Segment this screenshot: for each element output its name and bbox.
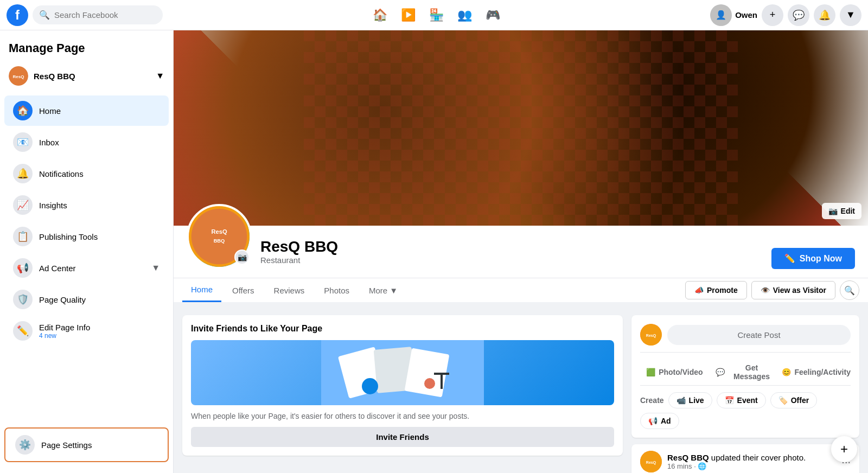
invite-illustration bbox=[191, 340, 614, 405]
notifications-btn[interactable]: 🔔 bbox=[814, 4, 835, 26]
activity-page-name: ResQ BBQ bbox=[667, 453, 709, 462]
floating-add-button[interactable]: + bbox=[831, 436, 857, 462]
tab-offers[interactable]: Offers bbox=[224, 279, 263, 302]
page-title: ResQ BBQ bbox=[260, 238, 338, 255]
nav-watch-btn[interactable]: ▶️ bbox=[395, 2, 422, 28]
sidebar-item-page-settings[interactable]: ⚙️ Page Settings bbox=[7, 430, 167, 460]
sidebar-item-home[interactable]: 🏠 Home bbox=[4, 95, 169, 126]
page-info: ResQ BBQ Restaurant bbox=[260, 238, 338, 269]
cover-area: 📷 Edit ResQ BBQ 📷 bbox=[174, 30, 868, 302]
event-btn[interactable]: 📅 Event bbox=[717, 392, 766, 408]
sidebar: Manage Page ResQ ResQ BBQ ▼ 🏠 Home 📧 Inb… bbox=[0, 30, 174, 473]
svg-rect-15 bbox=[441, 373, 443, 389]
add-btn[interactable]: + bbox=[762, 4, 783, 26]
sidebar-item-edit-page-info[interactable]: ✏️ Edit Page Info 4 new bbox=[4, 316, 169, 346]
post-avatar: ResQ bbox=[640, 324, 662, 346]
nav-center: 🏠 ▶️ 🏪 👥 🎮 bbox=[167, 2, 706, 28]
offer-btn[interactable]: 🏷️ Offer bbox=[770, 392, 817, 408]
page-category: Restaurant bbox=[260, 255, 338, 265]
facebook-logo: f bbox=[7, 4, 28, 26]
nav-username: Owen bbox=[735, 10, 757, 20]
live-btn[interactable]: 📹 Live bbox=[668, 392, 712, 408]
nav-groups-btn[interactable]: 👥 bbox=[452, 2, 478, 28]
content-left: Invite Friends to Like Your Page bbox=[182, 315, 623, 473]
sidebar-title: Manage Page bbox=[0, 37, 173, 62]
profile-pic-wrap: ResQ BBQ 📷 bbox=[187, 204, 252, 269]
sidebar-item-label: Ad Center bbox=[39, 264, 76, 273]
svg-rect-4 bbox=[304, 30, 738, 226]
view-as-visitor-button[interactable]: 👁️ View as Visitor bbox=[751, 281, 835, 299]
sidebar-item-insights[interactable]: 📈 Insights bbox=[4, 190, 169, 220]
nav-user[interactable]: 👤 Owen bbox=[710, 4, 757, 26]
photo-icon: 🟩 bbox=[646, 368, 655, 376]
nav-gaming-btn[interactable]: 🎮 bbox=[480, 2, 506, 28]
shop-now-button[interactable]: ✏️ Shop Now bbox=[771, 248, 855, 269]
tab-photos[interactable]: Photos bbox=[315, 279, 358, 302]
tab-reviews[interactable]: Reviews bbox=[265, 279, 314, 302]
ad-btn[interactable]: 📢 Ad bbox=[640, 413, 679, 429]
svg-text:ResQ: ResQ bbox=[211, 228, 227, 235]
search-bar[interactable]: 🔍 bbox=[33, 5, 163, 24]
sidebar-nav: 🏠 Home 📧 Inbox 🔔 Notifications 📈 Insight… bbox=[0, 94, 173, 423]
tab-search-button[interactable]: 🔍 bbox=[840, 280, 859, 300]
create-post-input[interactable]: Create Post bbox=[667, 325, 851, 345]
activity-text: ResQ BBQ updated their cover photo. 16 m… bbox=[667, 453, 806, 470]
sidebar-item-publishing-tools[interactable]: 📋 Publishing Tools bbox=[4, 221, 169, 252]
nav-right: 👤 Owen + 💬 🔔 ▼ bbox=[710, 4, 861, 26]
megaphone-icon: 📣 bbox=[694, 286, 704, 295]
shield-icon: 🛡️ bbox=[13, 290, 33, 309]
invite-friends-button[interactable]: Invite Friends bbox=[191, 427, 614, 447]
messenger-icon: 💬 bbox=[716, 368, 725, 376]
sidebar-item-label: Publishing Tools bbox=[39, 232, 98, 241]
sidebar-item-label: Home bbox=[39, 106, 61, 116]
top-nav: f 🔍 🏠 ▶️ 🏪 👥 🎮 👤 Owen + 💬 🔔 ▼ bbox=[0, 0, 868, 30]
page-avatar: ResQ bbox=[9, 66, 28, 86]
invite-body: When people like your Page, it's easier … bbox=[191, 412, 614, 420]
tab-more[interactable]: More ▼ bbox=[360, 279, 406, 302]
page-selector[interactable]: ResQ ResQ BBQ ▼ bbox=[0, 62, 173, 90]
emoji-icon: 😊 bbox=[782, 368, 791, 376]
dropdown-btn[interactable]: ▼ bbox=[840, 4, 861, 26]
invite-card: Invite Friends to Like Your Page bbox=[182, 315, 623, 456]
sidebar-item-notifications[interactable]: 🔔 Notifications bbox=[4, 158, 169, 189]
activity-card: ResQ ResQ BBQ updated their cover photo.… bbox=[631, 444, 859, 473]
post-quick-actions: 🟩 Photo/Video 💬 Get Messages 😊 Feeling/A… bbox=[640, 352, 851, 385]
profile-section: ResQ BBQ 📷 ResQ BBQ Restaurant ✏️ Shop N… bbox=[174, 204, 868, 278]
sidebar-item-ad-center[interactable]: 📢 Ad Center ▼ bbox=[4, 253, 169, 283]
sidebar-item-page-quality[interactable]: 🛡️ Page Quality bbox=[4, 284, 169, 315]
sidebar-item-label: Page Settings bbox=[41, 440, 92, 450]
ad-icon: 📢 bbox=[13, 258, 33, 278]
messenger-btn[interactable]: 💬 bbox=[788, 4, 809, 26]
create-post-top: ResQ Create Post bbox=[640, 324, 851, 346]
sidebar-item-sublabel: 4 new bbox=[39, 332, 90, 340]
nav-home-btn[interactable]: 🏠 bbox=[367, 2, 393, 28]
page-name: ResQ BBQ bbox=[34, 72, 150, 81]
photo-video-btn[interactable]: 🟩 Photo/Video bbox=[640, 359, 709, 385]
chart-icon: 📈 bbox=[13, 195, 33, 215]
ad-icon: 📢 bbox=[648, 417, 658, 425]
home-icon: 🏠 bbox=[13, 101, 33, 120]
sidebar-item-inbox[interactable]: 📧 Inbox bbox=[4, 127, 169, 157]
page-settings-container: ⚙️ Page Settings bbox=[4, 427, 169, 462]
sidebar-item-label: Notifications bbox=[39, 169, 84, 178]
get-messages-btn[interactable]: 💬 Get Messages bbox=[711, 359, 780, 385]
offer-icon: 🏷️ bbox=[778, 396, 788, 405]
live-icon: 📹 bbox=[676, 396, 686, 405]
sidebar-item-label: Insights bbox=[39, 201, 67, 210]
chevron-down-icon: ▼ bbox=[156, 71, 164, 81]
event-icon: 📅 bbox=[725, 396, 734, 405]
feeling-activity-btn[interactable]: 😊 Feeling/Activity bbox=[782, 359, 851, 385]
tab-actions: 📣 Promote 👁️ View as Visitor 🔍 bbox=[685, 280, 859, 300]
content-area: Invite Friends to Like Your Page bbox=[174, 306, 868, 473]
promote-button[interactable]: 📣 Promote bbox=[685, 281, 747, 299]
nav-marketplace-btn[interactable]: 🏪 bbox=[424, 2, 450, 28]
svg-rect-16 bbox=[434, 373, 449, 375]
create-row: Create 📹 Live 📅 Event 🏷️ Offer 📢 Ad bbox=[640, 385, 851, 429]
profile-camera-button[interactable]: 📷 bbox=[234, 250, 250, 265]
search-input[interactable] bbox=[54, 10, 156, 20]
tab-home[interactable]: Home bbox=[182, 278, 221, 302]
publishing-icon: 📋 bbox=[13, 227, 33, 246]
create-post-card: ResQ Create Post 🟩 Photo/Video 💬 Get Mes… bbox=[631, 315, 859, 438]
svg-text:ResQ: ResQ bbox=[646, 461, 656, 465]
edit-icon: ✏️ bbox=[13, 321, 33, 341]
